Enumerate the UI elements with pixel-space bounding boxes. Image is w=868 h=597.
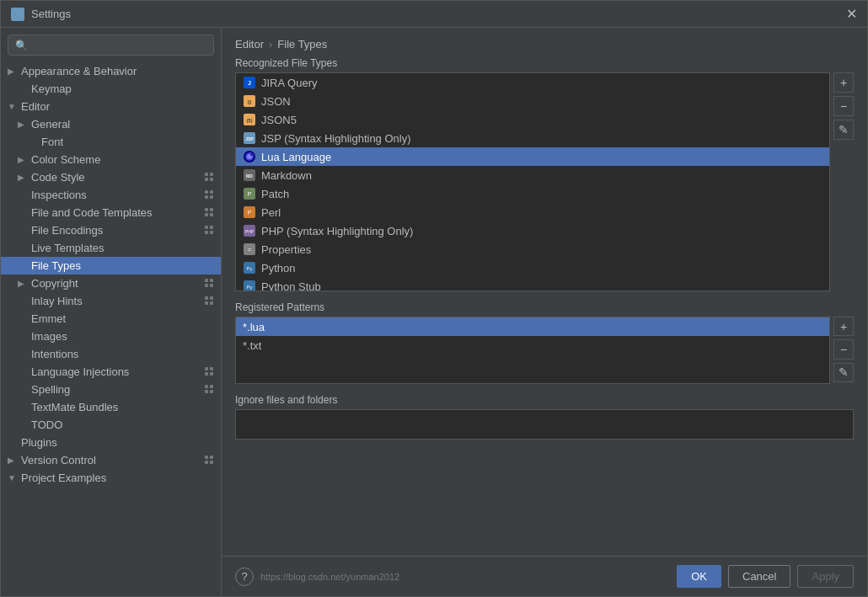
breadcrumb: Editor › File Types (222, 28, 867, 57)
sidebar-item-label: Emmet (31, 312, 214, 325)
svg-rect-34 (210, 385, 213, 388)
sidebar-item-version-control[interactable]: ▶ Version Control (1, 451, 221, 469)
file-type-icon: P (243, 205, 256, 219)
svg-rect-10 (210, 190, 213, 194)
sidebar-item-label: Editor (21, 100, 214, 113)
sidebar-item-general[interactable]: ▶ General (1, 115, 221, 133)
sidebar-item-textmate-bundles[interactable]: TextMate Bundles (1, 398, 221, 416)
list-item-lua[interactable]: Lua Language (236, 147, 829, 166)
sidebar-item-label: Keymap (31, 83, 214, 95)
svg-text:PHP: PHP (245, 229, 255, 234)
svg-text:Py: Py (246, 266, 252, 271)
search-icon: 🔍 (15, 40, 28, 51)
sidebar-item-label: Inspections (31, 189, 201, 201)
sidebar-item-todo[interactable]: TODO (1, 416, 221, 434)
ok-button[interactable]: OK (677, 565, 721, 588)
badge-icon (204, 455, 214, 466)
sidebar-item-color-scheme[interactable]: ▶ Color Scheme (1, 151, 221, 168)
svg-rect-4 (21, 13, 24, 15)
help-button[interactable]: ? (235, 568, 254, 586)
patterns-list[interactable]: *.lua *.txt (235, 317, 830, 384)
badge-icon (204, 384, 214, 396)
panel-body: Recognized File Types J JIRA Query (222, 57, 867, 556)
file-types-list[interactable]: J JIRA Query {} JSON (235, 72, 830, 291)
pattern-item-txt[interactable]: *.txt (236, 336, 829, 354)
sidebar-item-label: General (31, 118, 214, 131)
ignore-section: Ignore files and folders eta;*.prefab;*.… (235, 394, 854, 440)
svg-rect-16 (210, 213, 213, 216)
badge-icon (204, 172, 214, 184)
svg-rect-7 (205, 178, 208, 181)
sidebar-item-spelling[interactable]: Spelling (1, 381, 221, 398)
patterns-label: Registered Patterns (235, 301, 854, 313)
list-item[interactable]: JSP JSP (Syntax Highlighting Only) (236, 129, 829, 147)
apply-button[interactable]: Apply (797, 565, 854, 588)
sidebar-item-project-examples[interactable]: ▼ Project Examples (1, 469, 221, 487)
footer-left: ? https://blog.csdn.net/yunman2012 (235, 568, 399, 586)
sidebar-item-file-code-templates[interactable]: File and Code Templates (1, 204, 221, 221)
sidebar-item-keymap[interactable]: Keymap (1, 80, 221, 98)
svg-rect-8 (210, 178, 213, 181)
list-item[interactable]: Py Python (236, 259, 829, 277)
list-item-label: JSON (261, 95, 291, 108)
ignore-input[interactable]: eta;*.prefab;*.pyc;*.pyo;*.rbc;*.unity;*… (235, 409, 854, 440)
list-item[interactable]: Py Python Stub (236, 277, 829, 291)
add-pattern-button[interactable]: + (833, 317, 854, 336)
svg-rect-39 (205, 461, 208, 464)
edit-pattern-button[interactable]: ✎ (833, 363, 854, 382)
sidebar-item-copyright[interactable]: ▶ Copyright (1, 275, 221, 292)
file-type-icon: P (243, 187, 256, 200)
sidebar-item-live-templates[interactable]: Live Templates (1, 239, 221, 257)
sidebar-item-editor[interactable]: ▼ Editor (1, 98, 221, 115)
sidebar-item-inspections[interactable]: Inspections (1, 186, 221, 204)
arrow-icon: ▶ (8, 67, 18, 76)
list-item[interactable]: PHP PHP (Syntax Highlighting Only) (236, 221, 829, 240)
svg-text:Py: Py (246, 285, 252, 290)
list-item[interactable]: {5} JSON5 (236, 110, 829, 129)
list-item-label: Python Stub (261, 280, 321, 292)
svg-rect-3 (12, 13, 14, 15)
sidebar-item-language-injections[interactable]: Language Injections (1, 363, 221, 381)
svg-rect-9 (205, 190, 208, 194)
list-item[interactable]: = Properties (236, 240, 829, 259)
badge-icon (204, 366, 214, 378)
list-item[interactable]: P Perl (236, 203, 829, 221)
sidebar-item-file-types[interactable]: File Types (1, 257, 221, 275)
sidebar-item-font[interactable]: Font (1, 133, 221, 151)
sidebar-item-code-style[interactable]: ▶ Code Style (1, 168, 221, 186)
svg-text:=: = (248, 247, 251, 253)
search-box[interactable]: 🔍 (8, 35, 214, 56)
list-item[interactable]: {} JSON (236, 92, 829, 110)
list-item[interactable]: MD Markdown (236, 166, 829, 184)
svg-rect-20 (210, 231, 213, 234)
sidebar-item-images[interactable]: Images (1, 328, 221, 345)
sidebar-item-inlay-hints[interactable]: Inlay Hints (1, 292, 221, 310)
pattern-item-lua[interactable]: *.lua (236, 317, 829, 336)
svg-rect-38 (210, 456, 213, 459)
sidebar-item-plugins[interactable]: Plugins (1, 434, 221, 451)
sidebar-item-intentions[interactable]: Intentions (1, 345, 221, 363)
list-item-label: JSP (Syntax Highlighting Only) (261, 132, 411, 145)
cancel-button[interactable]: Cancel (728, 565, 790, 588)
svg-rect-11 (205, 195, 208, 199)
svg-rect-29 (205, 367, 208, 370)
sidebar-item-emmet[interactable]: Emmet (1, 310, 221, 328)
svg-rect-35 (205, 390, 208, 393)
close-button[interactable]: ✕ (846, 8, 857, 21)
svg-rect-15 (205, 213, 208, 216)
search-input[interactable] (33, 39, 206, 51)
svg-rect-28 (210, 301, 213, 305)
svg-rect-23 (205, 284, 208, 287)
remove-file-type-button[interactable]: − (833, 96, 854, 116)
edit-file-type-button[interactable]: ✎ (833, 120, 854, 140)
svg-text:J: J (248, 80, 251, 86)
badge-icon (204, 189, 214, 201)
sidebar-item-file-encodings[interactable]: File Encodings (1, 221, 221, 239)
remove-pattern-button[interactable]: − (833, 339, 854, 359)
add-file-type-button[interactable]: + (833, 72, 854, 93)
svg-rect-2 (17, 18, 19, 20)
list-item[interactable]: P Patch (236, 184, 829, 203)
sidebar-item-label: Plugins (21, 436, 214, 449)
sidebar-item-appearance[interactable]: ▶ Appearance & Behavior (1, 62, 221, 80)
list-item[interactable]: J JIRA Query (236, 73, 829, 92)
